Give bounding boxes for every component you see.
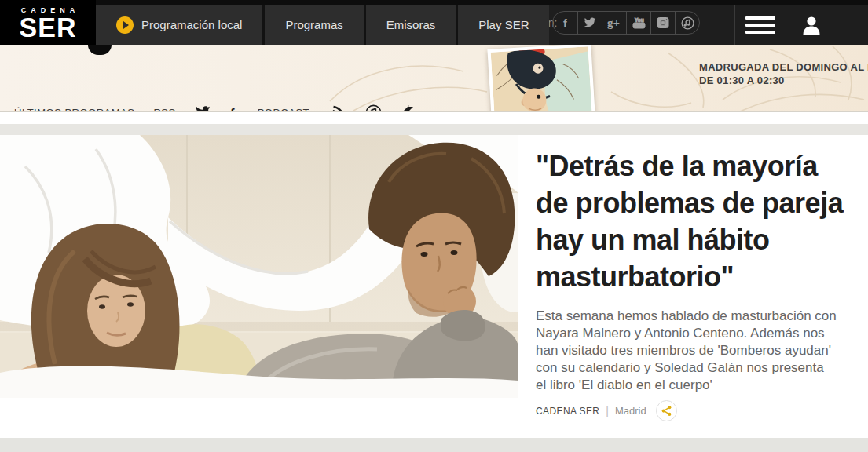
byline-source[interactable]: CADENA SER	[536, 406, 599, 417]
svg-text:f: f	[563, 17, 567, 29]
menu-item-label: Play SER	[478, 18, 529, 31]
main-menu: Programación local Programas Emisoras Pl…	[96, 5, 549, 45]
schedule-hours: DE 01:30 A 02:30	[699, 74, 868, 87]
facebook-icon[interactable]: f	[553, 12, 577, 34]
facebook-icon[interactable]: f	[229, 105, 239, 112]
play-icon	[116, 16, 134, 34]
hamburger-menu-button[interactable]	[735, 5, 786, 45]
twitter-icon[interactable]	[195, 106, 211, 112]
latest-programs-link[interactable]: ÚLTIMOS PROGRAMAS	[14, 107, 134, 112]
section-divider-band	[0, 124, 868, 135]
menu-item-play-ser[interactable]: Play SER	[458, 5, 549, 45]
share-icon	[661, 405, 672, 417]
podcast-links-bar: ÚLTIMOS PROGRAMAS RSS f PODCAST:	[14, 104, 413, 112]
instagram-icon[interactable]	[650, 12, 675, 34]
google-plus-icon[interactable]: g+	[602, 12, 626, 34]
menu-item-label: Programación local	[141, 18, 242, 31]
program-strip: ÚLTIMOS PROGRAMAS RSS f PODCAST:	[0, 45, 868, 112]
article-byline: CADENA SER | Madrid	[536, 400, 677, 421]
twitter-icon[interactable]	[577, 12, 602, 34]
svg-text:You: You	[635, 17, 644, 23]
youtube-icon[interactable]: You Tube	[626, 12, 650, 34]
article-photo[interactable]	[0, 135, 518, 398]
brand-name: SER	[20, 14, 77, 39]
user-account-button[interactable]	[786, 5, 837, 45]
featured-article-card: "Detrás de la mayoría de problemas de pa…	[0, 135, 868, 438]
itunes-icon[interactable]	[675, 12, 699, 34]
social-links: f g+ You Tube	[552, 11, 700, 35]
itunes-icon[interactable]	[365, 104, 382, 112]
user-icon	[800, 14, 822, 36]
article-headline[interactable]: "Detrás de la mayoría de problemas de pa…	[536, 148, 848, 295]
svg-text:Tube: Tube	[634, 24, 644, 28]
schedule-days: MADRUGADA DEL DOMINGO AL LUNES	[699, 60, 868, 74]
menu-item-label: Programas	[285, 18, 342, 31]
next-section-band	[0, 438, 868, 452]
program-schedule: MADRUGADA DEL DOMINGO AL LUNES DE 01:30 …	[699, 60, 868, 87]
article-summary: Esta semana hemos hablado de masturbació…	[536, 308, 837, 394]
podcast-label: PODCAST:	[258, 107, 312, 112]
menu-item-programacion-local[interactable]: Programación local	[96, 5, 262, 45]
hamburger-icon	[745, 16, 775, 34]
byline-location: Madrid	[615, 405, 646, 417]
program-artwork	[491, 46, 592, 112]
couple-under-duvet-image	[0, 135, 518, 398]
share-button[interactable]	[656, 400, 677, 421]
program-artwork-thumbnail[interactable]	[487, 45, 595, 112]
menu-item-programas[interactable]: Programas	[265, 5, 363, 45]
rss-icon[interactable]	[331, 105, 346, 113]
page: CADENA SER Programación local Programas …	[0, 0, 868, 452]
ivoox-icon[interactable]	[401, 105, 413, 113]
svg-text:g+: g+	[607, 17, 620, 29]
svg-text:f: f	[230, 106, 235, 112]
menu-item-label: Emisoras	[386, 18, 436, 31]
brand-logo[interactable]: CADENA SER	[0, 0, 96, 45]
byline-separator: |	[606, 405, 609, 417]
top-navbar: CADENA SER Programación local Programas …	[0, 0, 868, 45]
rss-link[interactable]: RSS	[153, 107, 175, 112]
menu-item-emisoras[interactable]: Emisoras	[366, 5, 456, 45]
search-button[interactable]	[837, 5, 868, 45]
